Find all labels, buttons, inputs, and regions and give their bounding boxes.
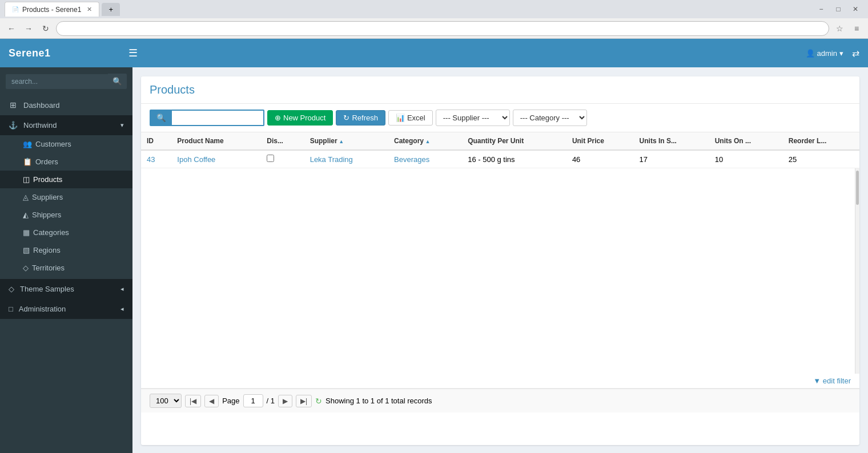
col-product-name[interactable]: Product Name [171,132,261,150]
refresh-icon: ↻ [343,114,349,122]
plus-icon: ⊕ [275,114,281,122]
search-submit-button[interactable]: 🔍 [151,111,172,125]
excel-label: Excel [407,114,425,122]
scrollbar-thumb[interactable] [856,171,859,205]
customers-icon: 👥 [23,140,32,148]
sidebar-item-label: Suppliers [32,193,63,201]
sidebar-item-northwind[interactable]: ⚓ Northwind ▾ [0,115,132,135]
products-table: ID Product Name Dis... Supplier Category… [141,132,859,168]
edit-filter-link[interactable]: edit filter [823,377,851,385]
search-input[interactable] [6,74,108,89]
sidebar-item-theme-samples[interactable]: ◇ Theme Samples ◂ [0,279,132,299]
regions-icon: ▧ [23,246,30,254]
sidebar-item-suppliers[interactable]: ◬ Suppliers [0,188,132,206]
page-size-select[interactable]: 100 50 25 10 [150,394,182,408]
search-button[interactable]: 🔍 [108,74,127,89]
bookmark-button[interactable]: ☆ [833,22,846,35]
browser-tab-active[interactable]: 📄 Products - Serene1 ✕ [5,2,99,17]
sidebar-item-label: Theme Samples [20,285,74,293]
sidebar-item-label: Shippers [32,211,61,219]
cell-quantity-per-unit: 16 - 500 g tins [462,150,566,168]
category-filter[interactable]: --- Category --- [513,110,587,126]
table-body: 43 Ipoh Coffee Leka Trading [141,150,859,168]
cell-id: 43 [141,150,171,168]
territories-icon: ◇ [23,264,29,272]
next-page-button[interactable]: ▶ [278,395,292,407]
col-quantity-per-unit[interactable]: Quantity Per Unit [462,132,566,150]
excel-button[interactable]: 📊 Excel [388,110,433,126]
northwind-icon: ⚓ [9,121,18,130]
refresh-page-icon[interactable]: ↻ [315,397,322,406]
sidebar-item-label: Administration [19,305,66,313]
new-product-button[interactable]: ⊕ New Product [267,110,333,126]
table-container: ID Product Name Dis... Supplier Category… [141,132,859,168]
sidebar-search-container: 🔍 [0,68,132,95]
col-units-in-stock[interactable]: Units In S... [634,132,709,150]
refresh-button[interactable]: ↻ Refresh [336,110,385,126]
page-title: Products [150,83,851,96]
sidebar-item-shippers[interactable]: ◭ Shippers [0,206,132,224]
col-units-on-order[interactable]: Units On ... [709,132,783,150]
first-page-button[interactable]: |◀ [185,395,201,407]
sidebar-item-label: Products [33,175,62,184]
forward-button[interactable]: → [22,22,35,35]
col-unit-price[interactable]: Unit Price [566,132,634,150]
suppliers-icon: ◬ [23,193,29,201]
search-input[interactable]: coffee [172,111,263,125]
cell-category: Beverages [388,150,462,168]
new-product-label: New Product [283,114,326,122]
category-link[interactable]: Beverages [394,155,429,164]
sidebar-item-products[interactable]: ◫ Products [0,171,132,188]
col-discontinued[interactable]: Dis... [261,132,304,150]
browser-titlebar: 📄 Products - Serene1 ✕ + − □ ✕ [0,0,868,18]
sidebar-item-dashboard[interactable]: ⊞ Dashboard [0,95,132,115]
sidebar-item-categories[interactable]: ▦ Categories [0,224,132,241]
discontinued-checkbox[interactable] [267,155,274,162]
sidebar-item-territories[interactable]: ◇ Territories [0,259,132,277]
scrollbar[interactable] [855,168,859,374]
supplier-filter[interactable]: --- Supplier --- [436,110,510,126]
tab-close-button[interactable]: ✕ [87,6,92,13]
product-id-link[interactable]: 43 [147,155,155,164]
header-brand: Serene1 [9,47,123,59]
total-pages-label: / 1 [267,397,275,405]
col-reorder-level[interactable]: Reorder L... [783,132,859,150]
tab-title: Products - Serene1 [22,6,81,14]
cell-product-name: Ipoh Coffee [171,150,261,168]
categories-icon: ▦ [23,228,30,237]
share-icon[interactable]: ⇄ [852,48,859,59]
sidebar-item-administration[interactable]: □ Administration ◂ [0,299,132,319]
header-row: ID Product Name Dis... Supplier Category… [141,132,859,150]
prev-page-button[interactable]: ◀ [204,395,219,407]
sidebar-item-label: Northwind [23,121,57,130]
app-layout: 🔍 ⊞ Dashboard ⚓ Northwind ▾ 👥 Customers … [0,39,868,453]
close-button[interactable]: ✕ [847,3,863,15]
sidebar-item-orders[interactable]: 📋 Orders [0,153,132,171]
last-page-button[interactable]: ▶| [296,395,312,407]
back-button[interactable]: ← [5,22,18,35]
sidebar-item-label: Customers [35,140,71,148]
cell-units-in-stock: 17 [634,150,709,168]
sidebar-item-regions[interactable]: ▧ Regions [0,241,132,259]
col-supplier[interactable]: Supplier [304,132,388,150]
supplier-link[interactable]: Leka Trading [310,155,353,164]
col-category[interactable]: Category [388,132,462,150]
tab-icon: 📄 [12,6,19,13]
browser-tab-inactive[interactable]: + [102,3,120,16]
reload-button[interactable]: ↻ [39,22,53,35]
dashboard-icon: ⊞ [9,100,18,110]
user-menu[interactable]: 👤 admin ▾ [806,49,843,58]
menu-button[interactable]: ≡ [850,22,863,35]
col-id[interactable]: ID [141,132,171,150]
address-bar[interactable]: localhost:55388/Northwind/Product [56,21,829,36]
chevron-left-icon: ◂ [120,305,124,313]
sidebar-item-label: Territories [32,264,65,272]
hamburger-icon[interactable]: ☰ [128,47,138,59]
user-label: admin [817,49,837,58]
minimize-button[interactable]: − [813,3,829,15]
page-number-input[interactable] [243,394,263,407]
cell-supplier: Leka Trading [304,150,388,168]
maximize-button[interactable]: □ [830,3,846,15]
product-name-link[interactable]: Ipoh Coffee [177,155,215,164]
sidebar-item-customers[interactable]: 👥 Customers [0,135,132,153]
